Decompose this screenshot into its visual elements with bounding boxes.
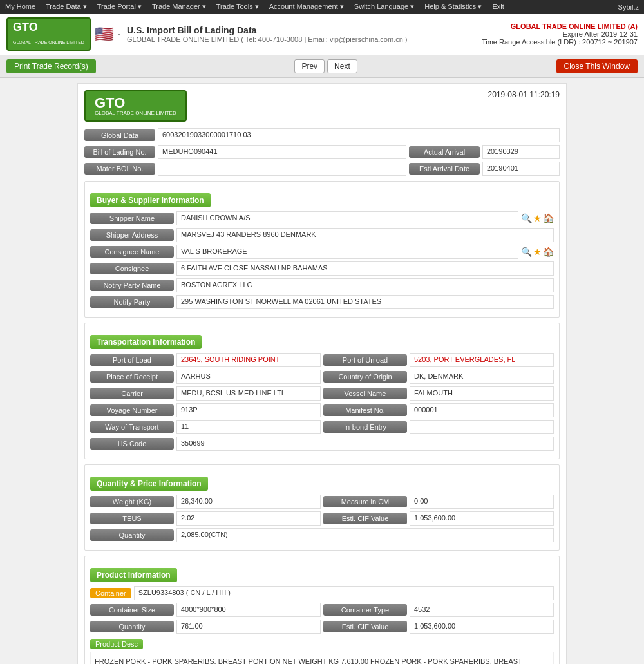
notify-party-label: Notify Party	[90, 296, 174, 308]
next-button-top[interactable]: Next	[327, 59, 357, 73]
header-title: U.S. Import Bill of Lading Data	[127, 25, 408, 35]
container-type-value: 4532	[410, 603, 554, 617]
close-button-top[interactable]: Close This Window	[556, 59, 638, 73]
main-content: GTO GLOBAL TRADE ONLINE LIMITED 2019-08-…	[77, 83, 567, 664]
country-origin-value: DK, DENMARK	[410, 370, 554, 384]
global-data-label: Global Data	[84, 129, 155, 141]
container-size-type-row: Container Size 4000*900*800 Container Ty…	[90, 603, 554, 617]
consignee-name-value: VAL S BROKERAGE	[176, 245, 518, 259]
manifest-value: 000001	[410, 403, 554, 417]
esti-cif-label: Esti. CIF Value	[323, 513, 407, 524]
nav-trade-portal[interactable]: Trade Portal ▾	[97, 3, 142, 11]
shipper-address-label: Shipper Address	[90, 229, 174, 241]
port-row: Port of Load 23645, SOUTH RIDING POINT P…	[90, 353, 554, 367]
print-button-top[interactable]: Print Trade Record(s)	[6, 59, 96, 73]
nav-trade-tools[interactable]: Trade Tools ▾	[216, 3, 259, 11]
bol-field: Bill of Lading No. MEDUHO090441	[84, 145, 406, 159]
container-type-field: Container Type 4532	[323, 603, 554, 617]
mater-bol-label: Mater BOL No.	[84, 163, 155, 175]
notify-party-name-value: BOSTON AGREX LLC	[176, 278, 554, 292]
nav-switch-language[interactable]: Switch Language ▾	[354, 3, 414, 11]
transport-header: Transportation Information	[90, 335, 202, 349]
vessel-name-field: Vessel Name FALMOUTH	[323, 386, 554, 401]
notify-party-row: Notify Party 295 WASHINGTON ST NORWELL M…	[90, 295, 554, 309]
header-subtitle: GLOBAL TRADE ONLINE LIMITED ( Tel: 400-7…	[127, 35, 408, 43]
flag-icon: 🇺🇸	[95, 25, 114, 43]
shipper-name-value: DANISH CROWN A/S	[176, 211, 518, 225]
place-receipt-label: Place of Receipt	[90, 371, 174, 383]
product-quantity-value: 761.00	[176, 620, 321, 634]
transport-inbond-row: Way of Transport 11 In-bond Entry	[90, 420, 554, 434]
nav-exit[interactable]: Exit	[492, 3, 504, 11]
container-type-label: Container Type	[323, 604, 407, 616]
logo: GTO GLOBAL TRADE ONLINE LIMITED	[6, 17, 91, 51]
manifest-label: Manifest No.	[323, 404, 407, 416]
measure-field: Measure in CM 0.00	[323, 495, 554, 509]
measure-label: Measure in CM	[323, 496, 407, 507]
consignee-value: 6 FAITH AVE CLOSE NASSAU NP BAHAMAS	[176, 261, 554, 276]
carrier-vessel-row: Carrier MEDU, BCSL US-MED LINE LTI Vesse…	[90, 386, 554, 401]
actual-arrival-field: Actual Arrival 20190329	[409, 145, 560, 159]
way-transport-field: Way of Transport 11	[90, 420, 321, 434]
product-qty-cif-row: Quantity 761.00 Esti. CIF Value 1,053,60…	[90, 620, 554, 634]
notify-party-name-label: Notify Party Name	[90, 280, 174, 291]
esti-cif-field: Esti. CIF Value 1,053,600.00	[323, 511, 554, 526]
shipper-home-icon[interactable]: 🏠	[543, 213, 554, 223]
teus-cif-row: TEUS 2.02 Esti. CIF Value 1,053,600.00	[90, 511, 554, 526]
shipper-search-icon[interactable]: 🔍	[521, 213, 532, 223]
buyer-supplier-section: Buyer & Supplier Information Shipper Nam…	[84, 181, 560, 318]
bol-row: Bill of Lading No. MEDUHO090441 Actual A…	[84, 145, 560, 159]
prev-button-top[interactable]: Prev	[294, 59, 325, 73]
product-esti-cif-field: Esti. CIF Value 1,053,600.00	[323, 620, 554, 634]
voyage-value: 913P	[176, 403, 321, 417]
doc-logo: GTO GLOBAL TRADE ONLINE LIMITED	[84, 90, 187, 122]
actual-arrival-label: Actual Arrival	[409, 146, 480, 158]
mater-bol-value	[158, 162, 406, 176]
port-load-value: 23645, SOUTH RIDING POINT	[176, 353, 321, 367]
nav-trade-data[interactable]: Trade Data ▾	[46, 3, 87, 11]
country-origin-field: Country of Origin DK, DENMARK	[323, 370, 554, 384]
mater-bol-row: Mater BOL No. Esti Arrival Date 20190401	[84, 162, 560, 176]
shipper-name-row: Shipper Name DANISH CROWN A/S 🔍 ★ 🏠	[90, 211, 554, 225]
product-quantity-label: Quantity	[90, 621, 174, 632]
product-desc-tag: Product Desc	[90, 639, 143, 649]
port-unload-label: Port of Unload	[323, 354, 407, 366]
carrier-value: MEDU, BCSL US-MED LINE LTI	[176, 386, 321, 401]
container-size-value: 4000*900*800	[176, 603, 321, 617]
consignee-star-icon[interactable]: ★	[533, 247, 542, 257]
esti-arrival-field: Esti Arrival Date 20190401	[409, 162, 560, 176]
inbond-field: In-bond Entry	[323, 420, 554, 434]
top-action-bar: Print Trade Record(s) Prev Next Close Th…	[0, 55, 644, 78]
receipt-origin-row: Place of Receipt AARHUS Country of Origi…	[90, 370, 554, 384]
shipper-star-icon[interactable]: ★	[533, 213, 542, 223]
vessel-name-value: FALMOUTH	[410, 386, 554, 401]
quantity-price-section: Quantity & Price Information Weight (KG)…	[84, 464, 560, 551]
consignee-row: Consignee 6 FAITH AVE CLOSE NASSAU NP BA…	[90, 261, 554, 276]
product-esti-cif-value: 1,053,600.00	[410, 620, 554, 634]
port-unload-value: 5203, PORT EVERGLADES, FL	[410, 353, 554, 367]
user-info: Sybil.z	[618, 3, 639, 11]
bol-label: Bill of Lading No.	[84, 146, 155, 158]
esti-arrival-label: Esti Arrival Date	[409, 163, 480, 175]
doc-logo-block: GTO GLOBAL TRADE ONLINE LIMITED	[84, 90, 187, 122]
weight-value: 26,340.00	[176, 495, 321, 509]
consignee-home-icon[interactable]: 🏠	[543, 247, 554, 257]
country-origin-label: Country of Origin	[323, 371, 407, 383]
shipper-address-value: MARSVEJ 43 RANDERS 8960 DENMARK	[176, 228, 554, 242]
nav-account-management[interactable]: Account Management ▾	[269, 3, 344, 11]
mater-bol-field: Mater BOL No.	[84, 162, 406, 176]
quantity-value: 2,085.00(CTN)	[176, 528, 554, 542]
time-range: Time Range Accessible (LDR) : 200712 ~ 2…	[482, 38, 638, 46]
shipper-address-row: Shipper Address MARSVEJ 43 RANDERS 8960 …	[90, 228, 554, 242]
nav-trade-manager[interactable]: Trade Manager ▾	[152, 3, 206, 11]
voyage-label: Voyage Number	[90, 404, 174, 416]
voyage-field: Voyage Number 913P	[90, 403, 321, 417]
nav-help-statistics[interactable]: Help & Statistics ▾	[424, 3, 482, 11]
nav-my-home[interactable]: My Home	[5, 3, 35, 11]
container-tag: Container	[90, 588, 131, 598]
consignee-search-icon[interactable]: 🔍	[521, 247, 532, 257]
place-receipt-value: AARHUS	[176, 370, 321, 384]
product-esti-cif-label: Esti. CIF Value	[323, 621, 407, 632]
container-size-field: Container Size 4000*900*800	[90, 603, 321, 617]
logo-subtitle: GLOBAL TRADE ONLINE LIMITED	[13, 40, 84, 44]
